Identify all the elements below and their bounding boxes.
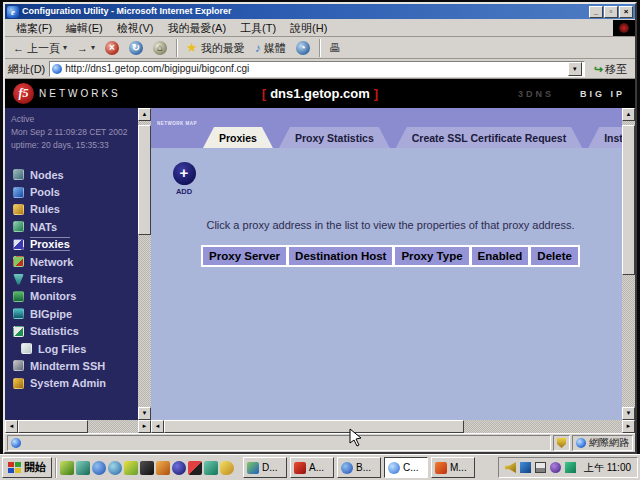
task-button-3[interactable]: B... [337, 457, 381, 478]
scroll-down-icon[interactable]: ▼ [622, 407, 635, 420]
print-button[interactable]: 🖶 [325, 38, 345, 58]
hostname-display: [dns1.getop.com] [258, 86, 382, 101]
display-icon[interactable] [535, 462, 546, 473]
quicklaunch-icon[interactable] [76, 461, 90, 475]
scroll-down-icon[interactable]: ▼ [138, 407, 151, 420]
column-proxy-type[interactable]: Proxy Type [395, 247, 468, 265]
tray-icon[interactable] [520, 462, 531, 473]
history-button[interactable]: ◔ [292, 38, 314, 58]
tray-icon[interactable] [565, 462, 576, 473]
scroll-up-icon[interactable]: ▲ [138, 108, 151, 121]
window-title: Configuration Utility - Microsoft Intern… [22, 4, 588, 19]
scrollbar-thumb[interactable] [622, 125, 635, 275]
instruction-text: Click a proxy address in the list to vie… [169, 219, 612, 231]
sidebar-item-rules[interactable]: Rules [11, 201, 138, 218]
menu-edit[interactable]: 編輯(E) [59, 19, 110, 37]
maximize-button[interactable]: ▫ [604, 6, 618, 18]
refresh-icon: ↻ [129, 41, 143, 55]
quicklaunch-icon[interactable] [204, 461, 218, 475]
volume-icon[interactable] [505, 462, 516, 473]
minimize-button[interactable]: _ [589, 6, 603, 18]
quicklaunch-icon[interactable] [220, 461, 234, 475]
menu-tools[interactable]: 工具(T) [233, 19, 283, 37]
tab-install-ssl-certificate[interactable]: Install SSL Certif [588, 127, 622, 148]
sidebar-item-pools[interactable]: Pools [11, 183, 138, 200]
go-button[interactable]: ↪ 移至 [589, 60, 632, 78]
back-dropdown-icon[interactable]: ▾ [63, 38, 67, 58]
menu-help[interactable]: 說明(H) [283, 19, 334, 37]
sidebar-horizontal-scrollbar[interactable]: ◄ ► [5, 420, 151, 433]
back-button[interactable]: ← 上一頁 ▾ [9, 38, 71, 58]
sidebar-vertical-scrollbar[interactable]: ▲ ▼ [138, 108, 151, 420]
close-button[interactable]: × [619, 6, 633, 18]
network-icon [13, 256, 24, 267]
nats-icon [13, 221, 24, 232]
menu-view[interactable]: 檢視(V) [110, 19, 161, 37]
favorites-button[interactable]: ★ 我的最愛 [182, 38, 249, 58]
main-vertical-scrollbar[interactable]: ▲ ▼ [622, 108, 635, 420]
column-enabled[interactable]: Enabled [472, 247, 529, 265]
sidebar-item-statistics[interactable]: Statistics [11, 323, 138, 340]
scrollbar-thumb[interactable] [138, 125, 151, 235]
task-button-2[interactable]: A... [290, 457, 334, 478]
forward-button[interactable]: → ▾ [73, 38, 99, 58]
taskbar-clock[interactable]: 上午 11:00 [584, 461, 631, 475]
tab-proxy-statistics[interactable]: Proxy Statistics [279, 127, 390, 148]
column-destination-host[interactable]: Destination Host [289, 247, 392, 265]
media-button[interactable]: ♪ 媒體 [251, 38, 290, 58]
stop-button[interactable]: × [101, 38, 123, 58]
sidebar-item-filters[interactable]: Filters [11, 270, 138, 287]
sidebar-item-system-admin[interactable]: System Admin [11, 375, 138, 392]
scroll-right-icon[interactable]: ► [622, 420, 635, 433]
network-map-button[interactable]: NETWORK MAP [155, 111, 199, 129]
column-proxy-server[interactable]: Proxy Server [203, 247, 286, 265]
scrollbar-thumb[interactable] [164, 420, 464, 433]
address-url[interactable]: http://dns1.getop.com/bigipgui/bigconf.c… [65, 62, 565, 76]
task-button-4-active[interactable]: C... [384, 457, 428, 478]
scrollbar-thumb[interactable] [18, 420, 88, 433]
sidebar-item-nats[interactable]: NATs [11, 218, 138, 235]
quicklaunch-icon[interactable] [60, 461, 74, 475]
task-button-1[interactable]: D... [243, 457, 287, 478]
column-delete[interactable]: Delete [531, 247, 578, 265]
menu-favorites[interactable]: 我的最愛(A) [160, 19, 233, 37]
scroll-right-icon[interactable]: ► [138, 420, 151, 433]
quick-launch-bar [60, 461, 234, 475]
scroll-up-icon[interactable]: ▲ [622, 108, 635, 121]
sidebar-item-proxies[interactable]: Proxies [11, 236, 138, 253]
print-icon: 🖶 [329, 38, 341, 58]
add-button[interactable]: + ADD [169, 162, 199, 197]
quicklaunch-icon[interactable] [124, 461, 138, 475]
quicklaunch-icon[interactable] [92, 461, 106, 475]
bigpipe-icon [13, 308, 24, 319]
scroll-left-icon[interactable]: ◄ [5, 420, 18, 433]
address-input[interactable]: http://dns1.getop.com/bigipgui/bigconf.c… [49, 61, 585, 77]
sidebar-item-bigpipe[interactable]: BIGpipe [11, 305, 138, 322]
tab-create-ssl-certificate-request[interactable]: Create SSL Certificate Request [396, 127, 582, 148]
sidebar-item-network[interactable]: Network [11, 253, 138, 270]
sidebar-item-monitors[interactable]: Monitors [11, 288, 138, 305]
refresh-button[interactable]: ↻ [125, 38, 147, 58]
toolbar-separator [319, 39, 320, 57]
main-horizontal-scrollbar[interactable]: ◄ ► [151, 420, 635, 433]
start-button[interactable]: 開始 [2, 457, 52, 478]
media-label: 媒體 [264, 38, 286, 58]
menu-file[interactable]: 檔案(F) [9, 19, 59, 37]
scroll-left-icon[interactable]: ◄ [151, 420, 164, 433]
tab-proxies[interactable]: Proxies [203, 127, 273, 148]
quicklaunch-icon[interactable] [140, 461, 154, 475]
sidebar-item-log-files[interactable]: Log Files [11, 340, 138, 357]
forward-dropdown-icon[interactable]: ▾ [91, 38, 95, 58]
home-button[interactable]: ⌂ [149, 38, 171, 58]
quicklaunch-icon[interactable] [108, 461, 122, 475]
quicklaunch-icon[interactable] [172, 461, 186, 475]
tray-icon[interactable] [550, 462, 561, 473]
windows-logo-icon [8, 462, 21, 474]
address-dropdown-icon[interactable]: ▾ [568, 62, 582, 76]
sidebar-item-mindterm-ssh[interactable]: Mindterm SSH [11, 357, 138, 374]
title-bar[interactable]: e Configuration Utility - Microsoft Inte… [5, 4, 635, 19]
task-button-5[interactable]: M... [431, 457, 475, 478]
quicklaunch-icon[interactable] [188, 461, 202, 475]
quicklaunch-icon[interactable] [156, 461, 170, 475]
sidebar-item-nodes[interactable]: Nodes [11, 166, 138, 183]
